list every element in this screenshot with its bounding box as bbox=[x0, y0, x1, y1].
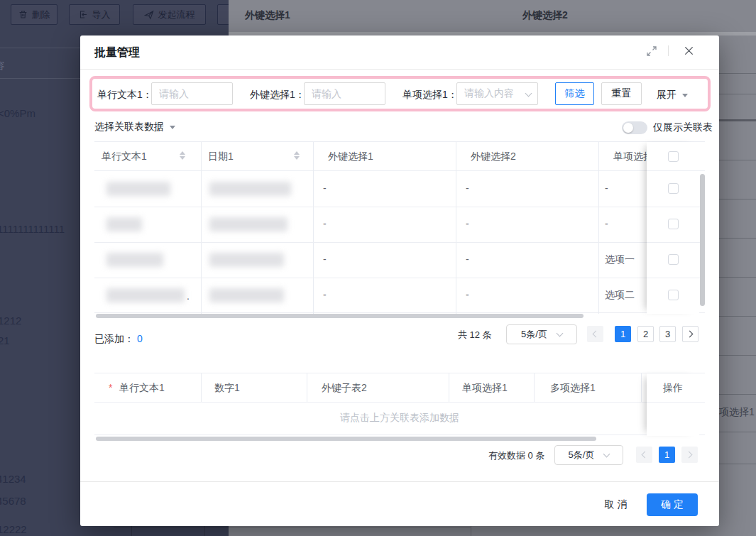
row-divider bbox=[647, 242, 699, 243]
header-separator bbox=[668, 45, 669, 56]
start-flow-button-label: 发起流程 bbox=[158, 9, 195, 21]
confirm-button[interactable]: 确 定 bbox=[647, 493, 698, 516]
bg-cell: 1111111111111 bbox=[0, 223, 65, 235]
chevron-down-icon bbox=[603, 451, 610, 458]
col-header-single: 单项选择1 bbox=[613, 151, 647, 163]
page-size-select[interactable]: 5条/页 bbox=[554, 445, 623, 465]
cell-fk1: - bbox=[323, 182, 327, 194]
header-divider bbox=[80, 69, 719, 70]
trash-icon bbox=[18, 10, 28, 19]
batch-manage-dialog: 批量管理 单行文本1： 外键选择1： 单项选择1： 请输入内容 筛选 重置 展开… bbox=[80, 35, 719, 526]
page-button-1[interactable]: 1 bbox=[659, 447, 675, 463]
expand-toggle[interactable]: 展开 bbox=[657, 89, 688, 102]
cell-fk2: - bbox=[466, 218, 469, 229]
prev-page-button[interactable] bbox=[587, 326, 603, 342]
row-checkbox[interactable] bbox=[668, 183, 679, 194]
sort-icon[interactable] bbox=[180, 151, 185, 160]
select-all-checkbox[interactable] bbox=[668, 151, 679, 162]
reset-button[interactable]: 重置 bbox=[601, 82, 642, 105]
cell-fk1: - bbox=[323, 218, 327, 229]
row-divider bbox=[647, 170, 699, 171]
delete-button-label: 删除 bbox=[32, 9, 50, 21]
page-button-2[interactable]: 2 bbox=[637, 326, 654, 342]
table-header-divider bbox=[94, 170, 705, 171]
bg-divider-thick bbox=[719, 119, 756, 121]
start-flow-button[interactable]: 发起流程 bbox=[133, 4, 206, 25]
filter-field2-input[interactable] bbox=[304, 82, 385, 105]
table-header-divider bbox=[647, 402, 699, 403]
filter-button[interactable]: 筛选 bbox=[555, 82, 594, 105]
prev-page-button[interactable] bbox=[636, 447, 652, 463]
bg-row-line bbox=[719, 277, 756, 278]
bg-row-line bbox=[719, 199, 756, 199]
bg-cell: <0%Pm bbox=[0, 107, 35, 119]
bg-cell: 21 bbox=[0, 334, 10, 346]
filter-field2-label: 外键选择1： bbox=[250, 89, 305, 102]
relation-table-select[interactable]: 选择关联表数据 bbox=[94, 121, 175, 133]
blurred-cell bbox=[106, 288, 185, 302]
bg-row-line bbox=[719, 464, 756, 464]
sort-icon[interactable] bbox=[294, 151, 300, 160]
cell-fk2: - bbox=[466, 253, 469, 265]
col-header-text1: 单行文本1 bbox=[102, 151, 147, 163]
filter-field1-input[interactable] bbox=[151, 82, 233, 105]
action-column: 操作 bbox=[647, 373, 699, 436]
row-divider bbox=[647, 278, 699, 278]
delete-button[interactable]: 删除 bbox=[11, 4, 57, 25]
empty-state-text: 请点击上方关联表添加数据 bbox=[94, 412, 705, 425]
chevron-down-icon bbox=[556, 330, 563, 337]
cancel-button[interactable]: 取 消 bbox=[596, 493, 635, 516]
import-icon bbox=[79, 10, 88, 19]
row-checkbox[interactable] bbox=[668, 219, 679, 229]
cell-fk2: - bbox=[466, 289, 469, 300]
col-header-action: 操作 bbox=[663, 382, 683, 395]
added-label: 已添加： bbox=[94, 333, 134, 344]
import-button-label: 导入 bbox=[92, 9, 111, 21]
next-page-button[interactable] bbox=[682, 326, 699, 342]
filter-field3-label: 单项选择1： bbox=[402, 89, 458, 102]
toggle-knob bbox=[623, 123, 633, 133]
col-header-single1: 单项选择1 bbox=[462, 382, 508, 395]
page-size-select[interactable]: 5条/页 bbox=[506, 324, 577, 344]
filter-field3-placeholder: 请输入内容 bbox=[464, 87, 514, 100]
caret-down-icon bbox=[170, 126, 175, 129]
filter-field3-select[interactable]: 请输入内容 bbox=[456, 82, 538, 105]
cell-text-suffix: . bbox=[187, 290, 190, 302]
next-page-button[interactable] bbox=[681, 447, 698, 463]
close-icon[interactable] bbox=[684, 45, 694, 56]
blurred-cell bbox=[106, 182, 170, 196]
filter-field1-label: 单行文本1： bbox=[97, 89, 153, 102]
bg-grid-line bbox=[471, 526, 471, 536]
chevron-right-icon bbox=[686, 452, 693, 459]
col-header-fk-subtable2: 外键子表2 bbox=[322, 382, 367, 395]
col-header-text1: 单行文本1 bbox=[119, 382, 165, 395]
page-button-1[interactable]: 1 bbox=[615, 326, 631, 342]
row-checkbox[interactable] bbox=[668, 290, 679, 300]
bg-left-header-partial: 容 bbox=[0, 60, 5, 72]
only-relation-toggle[interactable] bbox=[622, 121, 647, 134]
cell-single: 选项一 bbox=[605, 253, 635, 266]
page-button-3[interactable]: 3 bbox=[659, 326, 676, 342]
bg-row-line bbox=[719, 316, 756, 317]
column-divider bbox=[449, 373, 449, 402]
cell-single: - bbox=[605, 182, 608, 194]
bg-grid-line bbox=[204, 526, 205, 536]
row-divider bbox=[647, 207, 699, 207]
horizontal-scrollbar[interactable] bbox=[96, 314, 584, 318]
maximize-icon[interactable] bbox=[646, 45, 657, 57]
chevron-left-icon bbox=[593, 331, 600, 338]
chevron-down-icon bbox=[525, 90, 532, 97]
column-divider bbox=[201, 142, 202, 314]
selected-data-table: * 单行文本1 数字1 外键子表2 单项选择1 多项选择1 操作 请点击上方关联… bbox=[94, 373, 705, 435]
bg-column-header-fk1: 外键选择1 bbox=[245, 9, 290, 22]
vertical-scrollbar[interactable] bbox=[700, 174, 705, 306]
blurred-cell bbox=[106, 217, 142, 231]
bg-grid-line bbox=[114, 527, 471, 527]
horizontal-scrollbar[interactable] bbox=[96, 437, 596, 441]
chevron-right-icon bbox=[686, 331, 694, 338]
row-checkbox[interactable] bbox=[668, 254, 679, 265]
bg-row-line bbox=[719, 432, 756, 432]
added-counter: 已添加：0 bbox=[94, 333, 143, 346]
col-header-number1: 数字1 bbox=[214, 382, 240, 395]
import-button[interactable]: 导入 bbox=[69, 4, 120, 25]
